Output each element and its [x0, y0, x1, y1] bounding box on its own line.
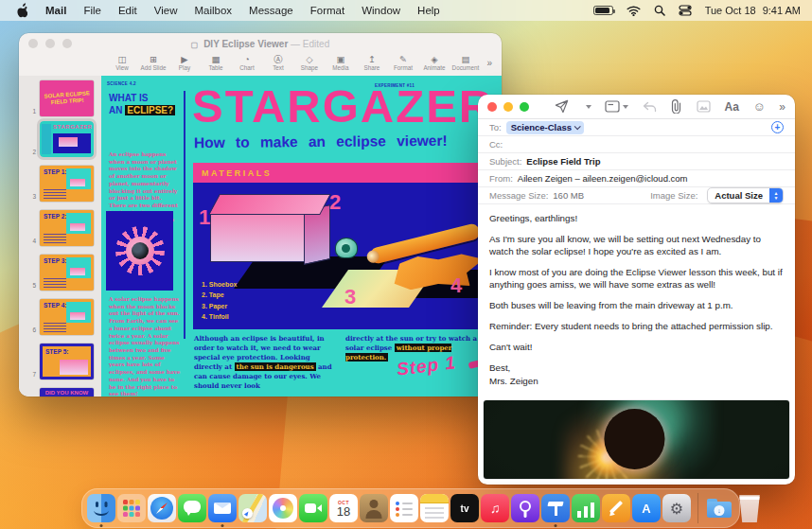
format-button[interactable]: ✎Format — [387, 51, 418, 74]
play-button[interactable]: ▶Play — [168, 51, 200, 74]
window-title: ▢ DIY Eclipse Viewer — Edited — [19, 39, 502, 49]
select-stepper-icon: ▲▼ — [769, 187, 783, 203]
attach-button[interactable] — [670, 99, 682, 114]
menu-file[interactable]: File — [75, 5, 110, 16]
menu-edit[interactable]: Edit — [110, 5, 146, 16]
slide-thumbnail-4[interactable]: 4 STEP 2: — [19, 210, 101, 246]
dock-item-system-settings[interactable]: ⚙ — [662, 494, 691, 522]
subject-label: Subject: — [489, 156, 521, 167]
dock-item-downloads[interactable]: ↓ — [705, 494, 733, 522]
running-indicator — [100, 524, 103, 527]
cc-field[interactable]: Cc: — [478, 136, 795, 153]
battery-icon[interactable] — [593, 6, 613, 15]
dock-item-pages[interactable] — [602, 494, 630, 522]
dock-item-finder[interactable] — [87, 494, 115, 522]
slide-thumbnail-5[interactable]: 5 STEP 3: — [19, 255, 101, 291]
message-body[interactable]: Greetings, earthlings! As I'm sure you a… — [478, 204, 795, 399]
media-button[interactable]: ▣Media — [325, 51, 356, 74]
header-fields-button[interactable] — [605, 100, 628, 113]
subject-field[interactable]: Subject: Eclipse Field Trip — [478, 153, 795, 170]
keynote-titlebar: ▢ DIY Eclipse Viewer — Edited — [19, 33, 502, 50]
add-slide-button[interactable]: ⊞Add Slide — [137, 51, 168, 74]
format-text-button[interactable]: Aa — [724, 100, 738, 114]
dock-item-facetime[interactable] — [299, 494, 327, 522]
document-button[interactable]: ▤Document — [450, 51, 481, 74]
table-icon: ▦ — [211, 55, 220, 64]
spotlight-search-icon[interactable] — [654, 5, 665, 16]
dock-item-safari[interactable] — [148, 494, 176, 522]
shape-button[interactable]: ◇Shape — [293, 51, 325, 74]
dock-item-mail[interactable] — [208, 494, 237, 522]
subject-value: Eclipse Field Trip — [526, 156, 600, 167]
dock-item-messages[interactable] — [178, 494, 206, 522]
slide-thumbnail-7[interactable]: 7 STEP 5: — [19, 344, 101, 379]
dock-item-trash[interactable] — [735, 494, 764, 522]
add-recipient-button[interactable]: + — [771, 121, 784, 133]
body-paragraph: Can't wait! — [489, 342, 784, 354]
view-button[interactable]: ◫View — [106, 51, 137, 74]
menu-view[interactable]: View — [146, 5, 186, 16]
slide-thumbnail-6[interactable]: 6 STEP 4: — [19, 299, 101, 335]
dock-item-contacts[interactable] — [360, 494, 388, 522]
body-paragraph: As I'm sure you all know, we will be set… — [489, 234, 784, 258]
to-field[interactable]: To: Science-Class + — [478, 119, 795, 136]
apple-menu-icon[interactable] — [15, 3, 27, 18]
dock-item-keynote[interactable] — [541, 494, 570, 522]
dock-item-photos[interactable] — [269, 494, 297, 522]
dock-item-maps[interactable] — [238, 494, 267, 522]
animate-button[interactable]: ◈Animate — [418, 51, 450, 74]
dock-item-calendar[interactable]: OCT18 — [329, 494, 358, 522]
insert-photo-button[interactable] — [697, 100, 711, 113]
image-size-select[interactable]: Actual Size ▲▼ — [707, 187, 784, 203]
materials-list: 1. Shoebox 2. Tape 3. Paper 4. Tinfoil — [202, 279, 237, 322]
toolbar-overflow-chevron[interactable]: » — [481, 58, 492, 68]
dock-item-reminders[interactable] — [390, 494, 418, 522]
eclipse-photo-attachment[interactable] — [484, 400, 789, 479]
slide-thumbnail-8[interactable]: 8 DID YOU KNOW — [19, 388, 101, 397]
dock-item-music[interactable]: ♫ — [481, 494, 509, 522]
from-field[interactable]: From: Aileen Zeigen – aileen.zeigen@iclo… — [478, 170, 795, 187]
from-value: Aileen Zeigen – aileen.zeigen@icloud.com — [518, 173, 688, 184]
keynote-toolbar: ◫View ⊞Add Slide ▶Play ▦Table ◔Chart ⒶTe… — [19, 50, 502, 76]
toolbar-overflow-chevron[interactable]: » — [779, 100, 786, 114]
slide-canvas[interactable]: SCIENCE 4.2 EXPERIMENT #11 WHAT IS AN EC… — [101, 76, 502, 397]
minimize-button[interactable] — [503, 102, 513, 112]
close-button[interactable] — [487, 102, 497, 112]
share-button[interactable]: ↥Share — [356, 51, 387, 74]
menu-bar-clock[interactable]: Tue Oct 18 9:41 AM — [705, 5, 801, 16]
table-button[interactable]: ▦Table — [200, 51, 231, 74]
chart-button[interactable]: ◔Chart — [231, 51, 262, 74]
menu-mail[interactable]: Mail — [37, 5, 75, 16]
wifi-icon[interactable] — [627, 6, 641, 16]
reply-button[interactable] — [643, 101, 657, 113]
text-button[interactable]: ⒶText — [262, 51, 293, 74]
menu-help[interactable]: Help — [409, 5, 449, 16]
dock-item-numbers[interactable] — [572, 494, 600, 522]
menu-mailbox[interactable]: Mailbox — [185, 5, 240, 16]
send-button[interactable] — [555, 99, 569, 114]
send-options-chevron[interactable] — [586, 105, 591, 109]
maps-icon — [238, 494, 267, 522]
body-signoff: Best, — [489, 362, 784, 375]
menu-window[interactable]: Window — [353, 5, 409, 16]
slide-thumbnail-1[interactable]: 1 SOLAR ECLIPSE FIELD TRIP! — [19, 80, 101, 116]
control-center-icon[interactable] — [679, 5, 692, 16]
materials-panel: MATERIALS 1 2 3 4 1. Shoebox — [193, 163, 480, 329]
slide-thumbnail-2-selected[interactable]: 2 STARGAZER — [19, 121, 101, 157]
emoji-button[interactable]: ☺ — [752, 99, 765, 114]
menu-format[interactable]: Format — [302, 5, 353, 16]
menu-message[interactable]: Message — [240, 5, 302, 16]
dock-item-launchpad[interactable] — [117, 494, 146, 522]
play-icon: ▶ — [181, 55, 187, 64]
dock-item-notes[interactable] — [420, 494, 449, 522]
slide-thumbnail-3[interactable]: 3 STEP 1: — [19, 166, 101, 202]
eclipse-paragraph-2: A solar eclipse happens when the moon bl… — [109, 296, 181, 397]
keynote-icon — [541, 494, 570, 522]
science-label: SCIENCE 4.2 — [107, 81, 136, 86]
pages-icon — [602, 494, 630, 522]
dock-item-podcasts[interactable] — [511, 494, 539, 522]
dock-item-apple-tv[interactable]: tv — [450, 494, 479, 522]
dock-item-app-store[interactable]: A — [632, 494, 661, 522]
recipient-token[interactable]: Science-Class — [506, 121, 584, 134]
message-size-value: 160 MB — [553, 190, 584, 201]
